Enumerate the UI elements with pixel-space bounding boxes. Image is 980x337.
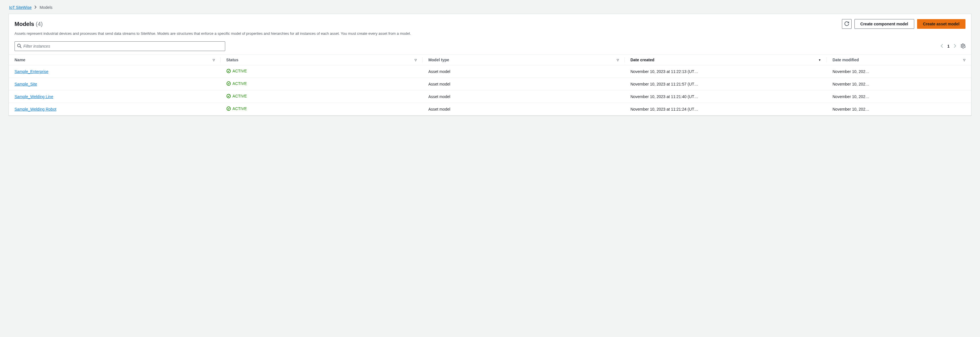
status-label: ACTIVE bbox=[232, 94, 247, 98]
date-modified-cell: November 10, 202… bbox=[827, 65, 971, 78]
model-name-link[interactable]: Sample_Enterprise bbox=[14, 69, 48, 74]
date-created-cell: November 10, 2023 at 11:21:24 (UT… bbox=[625, 103, 827, 115]
column-header-name[interactable]: Name ▽ bbox=[9, 55, 221, 65]
models-panel: Models (4) Create component model Create… bbox=[8, 14, 972, 116]
check-circle-icon bbox=[226, 94, 231, 98]
status-badge: ACTIVE bbox=[226, 106, 247, 111]
breadcrumb: IoT SiteWise Models bbox=[8, 5, 972, 10]
status-badge: ACTIVE bbox=[226, 69, 247, 73]
model-name-link[interactable]: Sample_Site bbox=[14, 82, 37, 86]
check-circle-icon bbox=[226, 106, 231, 111]
status-badge: ACTIVE bbox=[226, 94, 247, 98]
svg-point-0 bbox=[18, 44, 21, 47]
page-description: Assets represent industrial devices and … bbox=[14, 31, 966, 36]
chevron-right-icon bbox=[35, 5, 37, 10]
search-icon bbox=[17, 44, 22, 49]
sort-indicator-icon: ▽ bbox=[415, 58, 417, 62]
sort-indicator-icon: ▽ bbox=[963, 58, 966, 62]
model-type-cell: Asset model bbox=[423, 65, 625, 78]
page-title-count: (4) bbox=[36, 21, 43, 27]
status-label: ACTIVE bbox=[232, 69, 247, 73]
page-number: 1 bbox=[947, 44, 950, 48]
column-header-date-modified[interactable]: Date modified ▽ bbox=[827, 55, 971, 65]
column-header-date-created[interactable]: Date created ▼ bbox=[625, 55, 827, 65]
column-header-date-modified-label: Date modified bbox=[832, 57, 859, 62]
date-created-cell: November 10, 2023 at 11:21:40 (UT… bbox=[625, 90, 827, 103]
page-next-button[interactable] bbox=[953, 44, 956, 49]
status-label: ACTIVE bbox=[232, 81, 247, 86]
sort-active-desc-icon: ▼ bbox=[818, 58, 821, 62]
page-title-text: Models bbox=[14, 21, 34, 27]
check-circle-icon bbox=[226, 81, 231, 86]
create-asset-model-button[interactable]: Create asset model bbox=[917, 19, 966, 29]
model-type-cell: Asset model bbox=[423, 90, 625, 103]
date-created-cell: November 10, 2023 at 11:22:13 (UT… bbox=[625, 65, 827, 78]
status-badge: ACTIVE bbox=[226, 81, 247, 86]
column-header-model-type-label: Model type bbox=[428, 57, 449, 62]
model-type-cell: Asset model bbox=[423, 78, 625, 90]
date-modified-cell: November 10, 202… bbox=[827, 90, 971, 103]
column-header-status[interactable]: Status ▽ bbox=[221, 55, 423, 65]
column-header-name-label: Name bbox=[14, 57, 25, 62]
search-input[interactable] bbox=[22, 44, 223, 48]
settings-button[interactable] bbox=[960, 43, 966, 50]
create-component-model-button[interactable]: Create component model bbox=[854, 19, 914, 29]
date-modified-cell: November 10, 202… bbox=[827, 78, 971, 90]
header-actions: Create component model Create asset mode… bbox=[842, 19, 966, 29]
gear-icon bbox=[960, 45, 966, 50]
model-type-cell: Asset model bbox=[423, 103, 625, 115]
model-name-link[interactable]: Sample_Welding Line bbox=[14, 94, 53, 99]
check-circle-icon bbox=[226, 69, 231, 73]
date-created-cell: November 10, 2023 at 11:21:57 (UT… bbox=[625, 78, 827, 90]
table-row: Sample_Welding RobotACTIVEAsset modelNov… bbox=[9, 103, 971, 115]
svg-line-1 bbox=[20, 46, 22, 48]
pagination: 1 bbox=[940, 44, 956, 49]
refresh-button[interactable] bbox=[842, 19, 851, 29]
date-modified-cell: November 10, 202… bbox=[827, 103, 971, 115]
table-row: Sample_SiteACTIVEAsset modelNovember 10,… bbox=[9, 78, 971, 90]
sort-indicator-icon: ▽ bbox=[617, 58, 619, 62]
table-row: Sample_Welding LineACTIVEAsset modelNove… bbox=[9, 90, 971, 103]
column-header-model-type[interactable]: Model type ▽ bbox=[423, 55, 625, 65]
model-name-link[interactable]: Sample_Welding Robot bbox=[14, 107, 56, 112]
search-input-wrapper[interactable] bbox=[14, 42, 225, 51]
status-label: ACTIVE bbox=[232, 106, 247, 111]
table-row: Sample_EnterpriseACTIVEAsset modelNovemb… bbox=[9, 65, 971, 78]
page-title: Models (4) bbox=[14, 21, 43, 27]
page-prev-button[interactable] bbox=[940, 44, 943, 49]
refresh-icon bbox=[845, 21, 849, 27]
sort-indicator-icon: ▽ bbox=[213, 58, 215, 62]
models-table: Name ▽ Status ▽ Model type ▽ bbox=[9, 54, 971, 115]
breadcrumb-current: Models bbox=[40, 5, 52, 10]
breadcrumb-root-link[interactable]: IoT SiteWise bbox=[9, 5, 32, 10]
column-header-status-label: Status bbox=[226, 57, 239, 62]
column-header-date-created-label: Date created bbox=[630, 57, 654, 62]
